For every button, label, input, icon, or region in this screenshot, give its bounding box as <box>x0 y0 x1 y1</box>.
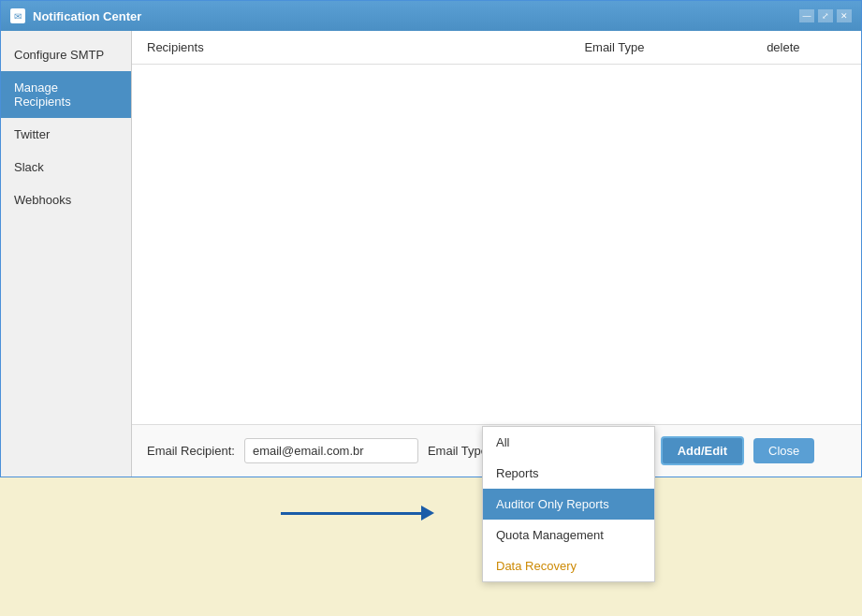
sidebar-item-configure-smtp[interactable]: Configure SMTP <box>1 38 131 71</box>
arrow-container <box>281 506 434 521</box>
add-edit-button[interactable]: Add/Edit <box>661 436 744 465</box>
dropdown-option-auditor-only-reports[interactable]: Auditor Only Reports <box>483 489 654 520</box>
recipients-table-area: Recipients Email Type delete <box>132 31 861 424</box>
maximize-button[interactable]: ⤢ <box>818 9 833 22</box>
close-button[interactable]: Close <box>753 438 814 463</box>
sidebar-item-slack[interactable]: Slack <box>1 151 131 183</box>
window-body: Configure SMTP Manage Recipients Twitter… <box>1 31 861 477</box>
sidebar-item-webhooks[interactable]: Webhooks <box>1 183 131 216</box>
arrow-head-icon <box>421 506 434 521</box>
dropdown-option-all[interactable]: All <box>483 427 654 458</box>
close-window-button[interactable]: ✕ <box>837 9 852 22</box>
dropdown-option-data-recovery[interactable]: Data Recovery <box>483 550 654 581</box>
lower-section <box>0 477 862 616</box>
dropdown-option-reports[interactable]: Reports <box>483 458 654 489</box>
dropdown-option-quota-management[interactable]: Quota Management <box>483 520 654 550</box>
email-type-dropdown: All Reports Auditor Only Reports Quota M… <box>482 426 655 582</box>
arrow-line <box>281 512 421 515</box>
column-header-recipients: Recipients <box>132 31 569 65</box>
recipients-table: Recipients Email Type delete <box>132 31 861 65</box>
column-header-email-type: Email Type <box>569 31 752 65</box>
window-title: Notification Center <box>33 9 141 23</box>
minimize-button[interactable]: — <box>799 9 814 22</box>
title-bar: Notification Center — ⤢ ✕ <box>1 1 861 31</box>
main-content: Recipients Email Type delete Email Recip… <box>132 31 861 477</box>
mail-icon <box>10 8 25 23</box>
title-bar-left: Notification Center <box>10 8 141 23</box>
column-header-delete: delete <box>752 31 861 65</box>
window-controls: — ⤢ ✕ <box>799 9 852 22</box>
notification-center-window: Notification Center — ⤢ ✕ Configure SMTP… <box>0 0 862 477</box>
sidebar: Configure SMTP Manage Recipients Twitter… <box>1 31 132 477</box>
sidebar-item-manage-recipients[interactable]: Manage Recipients <box>1 71 131 118</box>
sidebar-item-twitter[interactable]: Twitter <box>1 118 131 151</box>
email-recipient-input[interactable] <box>244 438 418 463</box>
email-recipient-label: Email Recipient: <box>147 444 235 458</box>
